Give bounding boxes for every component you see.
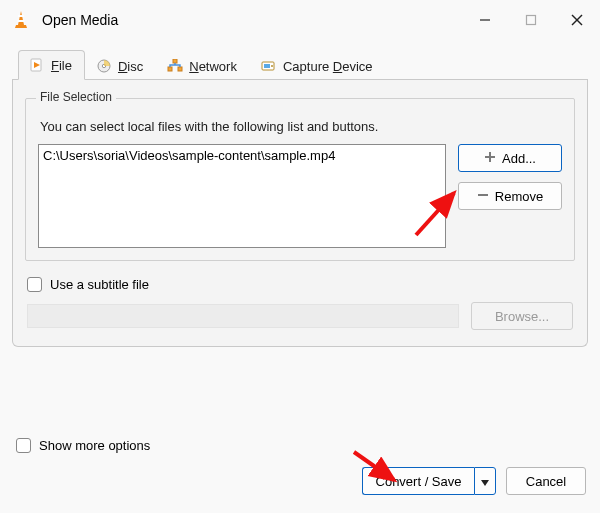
button-label: Cancel	[526, 474, 566, 489]
button-label: Browse...	[495, 309, 549, 324]
tab-network[interactable]: Network	[156, 51, 250, 80]
subtitle-checkbox[interactable]	[27, 277, 42, 292]
disc-icon	[96, 58, 112, 74]
minus-icon	[477, 189, 489, 204]
window-title: Open Media	[42, 12, 118, 28]
title-bar: Open Media	[0, 0, 600, 40]
subtitle-label: Use a subtitle file	[50, 277, 149, 292]
group-legend: File Selection	[36, 90, 116, 104]
vlc-cone-icon	[10, 9, 32, 31]
plus-icon	[484, 151, 496, 166]
convert-save-splitbutton: Convert / Save	[362, 467, 496, 495]
dialog-content: File Disc Network Capture Device File Se…	[0, 40, 600, 347]
subtitle-path-input	[27, 304, 459, 328]
subtitle-row: Use a subtitle file	[27, 277, 575, 292]
tab-label: Capture Device	[283, 59, 373, 74]
svg-rect-12	[178, 67, 182, 71]
svg-rect-3	[527, 16, 536, 25]
tab-disc[interactable]: Disc	[85, 51, 156, 80]
file-selection-hint: You can select local files with the foll…	[40, 119, 562, 134]
svg-rect-0	[18, 15, 24, 17]
svg-point-15	[271, 65, 273, 67]
tab-label: Network	[189, 59, 237, 74]
tab-file[interactable]: File	[18, 50, 85, 80]
convert-save-dropdown[interactable]	[474, 467, 496, 495]
show-more-checkbox[interactable]	[16, 438, 31, 453]
button-label: Remove	[495, 189, 543, 204]
show-more-label: Show more options	[39, 438, 150, 453]
button-label: Convert / Save	[376, 474, 462, 489]
minimize-button[interactable]	[462, 4, 508, 36]
maximize-button[interactable]	[508, 4, 554, 36]
network-icon	[167, 58, 183, 74]
remove-button[interactable]: Remove	[458, 182, 562, 210]
tab-panel-file: File Selection You can select local file…	[12, 80, 588, 347]
svg-rect-17	[485, 156, 495, 158]
add-button[interactable]: Add...	[458, 144, 562, 172]
show-more-options[interactable]: Show more options	[16, 438, 150, 453]
tab-label: File	[51, 58, 72, 73]
tab-label: Disc	[118, 59, 143, 74]
svg-rect-14	[264, 64, 270, 68]
tab-strip: File Disc Network Capture Device	[12, 46, 588, 80]
cancel-button[interactable]: Cancel	[506, 467, 586, 495]
chevron-down-icon	[481, 474, 489, 489]
file-list-item[interactable]: C:\Users\soria\Videos\sample-content\sam…	[43, 148, 441, 163]
svg-rect-1	[18, 20, 25, 22]
file-icon	[29, 57, 45, 73]
capture-device-icon	[261, 58, 277, 74]
svg-rect-18	[478, 194, 488, 196]
tab-capture-device[interactable]: Capture Device	[250, 51, 386, 80]
convert-save-button[interactable]: Convert / Save	[362, 467, 474, 495]
file-list[interactable]: C:\Users\soria\Videos\sample-content\sam…	[38, 144, 446, 248]
svg-rect-10	[173, 59, 177, 63]
browse-subtitle-button: Browse...	[471, 302, 573, 330]
button-label: Add...	[502, 151, 536, 166]
window-buttons	[462, 4, 600, 36]
svg-rect-11	[168, 67, 172, 71]
dialog-buttons: Convert / Save Cancel	[362, 467, 586, 495]
svg-marker-19	[481, 480, 489, 486]
file-selection-group: File Selection You can select local file…	[25, 98, 575, 261]
close-button[interactable]	[554, 4, 600, 36]
